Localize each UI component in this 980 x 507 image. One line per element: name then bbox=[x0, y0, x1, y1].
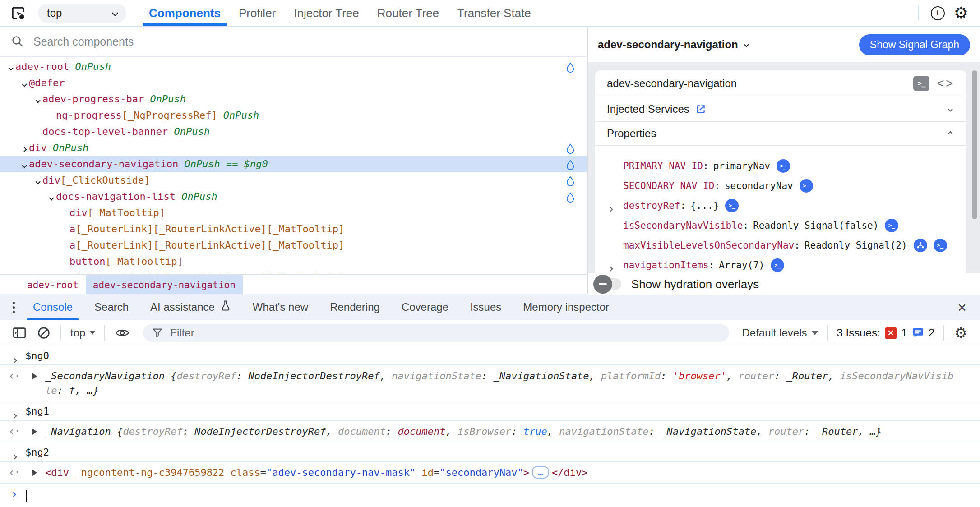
triangle-down-icon bbox=[812, 331, 818, 335]
scrollbar[interactable] bbox=[971, 67, 978, 271]
info-icon[interactable]: i bbox=[931, 6, 945, 20]
property-row[interactable]: isSecondaryNavVisible:Readonly Signal(fa… bbox=[595, 216, 966, 235]
property-row[interactable]: destroyRef:{...}>_ bbox=[595, 196, 966, 216]
tree-row[interactable]: a[_RouterLink][_RouterLinkActive][_MatTo… bbox=[0, 237, 587, 254]
console-settings-gear-icon[interactable]: ⚙ bbox=[949, 326, 973, 340]
injected-services-section[interactable]: Injected Services bbox=[595, 97, 966, 122]
hydration-toggle[interactable] bbox=[595, 277, 621, 291]
component-search-row bbox=[0, 27, 587, 57]
breadcrumb-item[interactable]: adev-secondary-navigation bbox=[86, 275, 243, 295]
chevron-down-icon[interactable] bbox=[33, 172, 42, 189]
drawer-tab-what-s-new[interactable]: What's new bbox=[242, 294, 319, 320]
tree-row[interactable]: adev-root OnPush bbox=[0, 59, 587, 75]
tree-row[interactable]: adev-secondary-navigation OnPush == $ng0 bbox=[0, 156, 587, 172]
drawer-menu-icon[interactable] bbox=[5, 302, 22, 313]
console-sidebar-icon[interactable] bbox=[7, 327, 32, 339]
tab-components[interactable]: Components bbox=[140, 0, 230, 26]
drawer-tab-console[interactable]: Console bbox=[22, 294, 83, 320]
tree-row[interactable]: a[_RouterLink][_RouterLinkActive][_MatTo… bbox=[0, 221, 587, 237]
chevron-down-icon[interactable] bbox=[20, 75, 29, 91]
drawer-tab-rendering[interactable]: Rendering bbox=[319, 294, 391, 320]
console-command-entry[interactable]: $ng0 bbox=[0, 346, 980, 365]
expand-chevron-icon[interactable] bbox=[609, 203, 612, 213]
drawer-tab-issues[interactable]: Issues bbox=[459, 294, 512, 320]
console-command-entry[interactable]: $ng1 bbox=[0, 401, 980, 421]
chevron-down-icon[interactable] bbox=[47, 189, 56, 205]
default-levels-dropdown[interactable]: Default levels bbox=[737, 327, 822, 339]
console-reference-badge-icon[interactable]: >_ bbox=[934, 239, 947, 252]
console-prompt[interactable] bbox=[0, 484, 980, 507]
breadcrumb-item[interactable]: adev-root bbox=[20, 275, 86, 295]
console-reference-badge-icon[interactable]: >_ bbox=[800, 179, 813, 193]
expand-triangle-icon[interactable] bbox=[32, 470, 37, 476]
property-row[interactable]: SECONDARY_NAV_ID:secondaryNav>_ bbox=[595, 176, 966, 196]
frame-selector-dropdown[interactable]: top bbox=[38, 4, 126, 23]
clear-console-icon[interactable] bbox=[32, 326, 56, 340]
view-source-icon[interactable]: <> bbox=[937, 77, 955, 91]
console-reference-badge-icon[interactable]: >_ bbox=[885, 219, 898, 232]
tab-router-tree[interactable]: Router Tree bbox=[368, 0, 448, 26]
tab-profiler[interactable]: Profiler bbox=[230, 0, 285, 26]
tab-injector-tree[interactable]: Injector Tree bbox=[285, 0, 368, 26]
console-result-entry[interactable]: ‹·<div _ngcontent-ng-c3947659822 class="… bbox=[0, 462, 980, 484]
close-drawer-icon[interactable]: × bbox=[957, 300, 966, 315]
console-reference-badge-icon[interactable]: >_ bbox=[725, 199, 739, 212]
console-reference-icon[interactable]: >_ bbox=[913, 76, 929, 91]
component-name: @defer bbox=[29, 77, 65, 88]
scrollbar-thumb[interactable] bbox=[972, 70, 977, 219]
inspect-element-icon[interactable] bbox=[10, 5, 26, 21]
tree-row[interactable]: adev-progress-bar OnPush bbox=[0, 91, 587, 107]
tree-row[interactable]: div OnPush bbox=[0, 140, 587, 156]
property-name: maxVisibleLevelsOnSecondaryNav bbox=[623, 240, 794, 251]
tree-row[interactable]: @defer bbox=[0, 75, 587, 91]
search-icon bbox=[11, 35, 24, 48]
console-reference-badge-icon[interactable]: >_ bbox=[777, 159, 790, 173]
chevron-down-icon[interactable] bbox=[6, 59, 15, 75]
tree-row[interactable]: docs-navigation-list OnPush bbox=[0, 189, 587, 205]
tree-row[interactable]: docs-top-level-banner OnPush bbox=[0, 124, 587, 140]
drawer-tab-memory-inspector[interactable]: Memory inspector bbox=[512, 294, 620, 320]
issues-counter[interactable]: 3 Issues: ✕ 1 2 bbox=[832, 327, 939, 339]
chevron-right-icon[interactable] bbox=[20, 140, 29, 156]
selected-component-title[interactable]: adev-secondary-navigation bbox=[598, 38, 748, 51]
live-expression-eye-icon[interactable] bbox=[110, 327, 135, 338]
search-components-input[interactable] bbox=[32, 35, 582, 49]
expand-ellipsis-button[interactable]: … bbox=[532, 466, 549, 479]
chevron-down-icon[interactable] bbox=[20, 156, 29, 172]
tab-transfer-state[interactable]: Transfer State bbox=[448, 0, 540, 26]
card-title-row: adev-secondary-navigation >_ <> bbox=[595, 70, 966, 97]
property-row[interactable]: maxVisibleLevelsOnSecondaryNav:Readonly … bbox=[595, 235, 966, 255]
tree-row[interactable]: ng-progress[_NgProgressRef] OnPush bbox=[0, 107, 587, 124]
drawer-tab-search[interactable]: Search bbox=[83, 294, 139, 320]
tree-row[interactable]: button[_MatTooltip] bbox=[0, 254, 587, 270]
console-context-dropdown[interactable]: top bbox=[66, 327, 100, 339]
properties-section[interactable]: Properties bbox=[595, 122, 966, 146]
frame-selector-value: top bbox=[47, 7, 62, 19]
property-row[interactable]: PRIMARY_NAV_ID:primaryNav>_ bbox=[595, 156, 966, 176]
tree-row[interactable]: a[_RouterLink][_RouterLinkActive][_MatTo… bbox=[0, 270, 587, 274]
tree-row[interactable]: div[_ClickOutside] bbox=[0, 172, 587, 189]
text-cursor bbox=[26, 490, 27, 502]
gear-icon[interactable]: ⚙ bbox=[954, 5, 968, 21]
console-result-entry[interactable]: ‹·_Navigation {destroyRef: NodeInjectorD… bbox=[0, 421, 980, 442]
property-row[interactable]: navigationItems:Array(7)>_ bbox=[595, 255, 966, 275]
expand-triangle-icon[interactable] bbox=[32, 429, 37, 435]
show-signal-graph-button[interactable]: Show Signal Graph bbox=[859, 34, 970, 55]
console-reference-badge-icon[interactable]: >_ bbox=[771, 258, 784, 272]
expand-triangle-icon[interactable] bbox=[32, 373, 37, 379]
console-result-line: <div _ngcontent-ng-c3947659822 class="ad… bbox=[45, 466, 980, 480]
console-result-entry[interactable]: ‹·_SecondaryNavigation {destroyRef: Node… bbox=[0, 365, 980, 401]
directive-list: [_MatTooltip] bbox=[105, 256, 183, 267]
change-detection-badge: OnPush bbox=[69, 61, 111, 72]
expand-chevron-icon[interactable] bbox=[609, 262, 612, 273]
external-link-icon[interactable] bbox=[695, 103, 707, 115]
console-command-entry[interactable]: $ng2 bbox=[0, 442, 980, 462]
filter-input[interactable] bbox=[169, 326, 720, 340]
signal-graph-badge-icon[interactable] bbox=[914, 239, 927, 252]
console-reference-suffix: == $ng0 bbox=[220, 158, 268, 170]
chevron-down-icon[interactable] bbox=[33, 91, 42, 107]
drawer-tab-coverage[interactable]: Coverage bbox=[391, 294, 459, 320]
tree-row[interactable]: div[_MatTooltip] bbox=[0, 205, 587, 221]
directive-list: [_MatTooltip] bbox=[88, 207, 165, 218]
drawer-tab-ai-assistance[interactable]: AI assistance bbox=[139, 294, 242, 320]
